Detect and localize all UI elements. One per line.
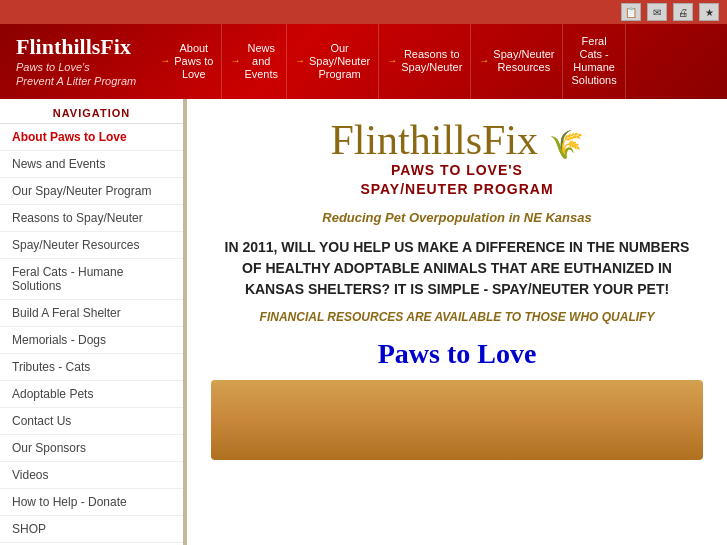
nav-item-4[interactable]: →Spay/NeuterResources [471, 24, 563, 99]
nav-arrow: → [387, 55, 397, 67]
content-logo: FlinthillsFix 🌾 PAWS TO LOVE'S SPAY/NEUT… [211, 119, 703, 200]
bookmark-icon[interactable]: ★ [699, 3, 719, 21]
clipboard-icon[interactable]: 📋 [621, 3, 641, 21]
nav-item-3[interactable]: →Reasons toSpay/Neuter [379, 24, 471, 99]
nav-label: Spay/NeuterResources [493, 48, 554, 74]
main-layout: NAVIGATION About Paws to LoveNews and Ev… [0, 99, 727, 545]
sidebar-item-3[interactable]: Reasons to Spay/Neuter [0, 205, 183, 232]
sidebar-item-14[interactable]: SHOP [0, 516, 183, 543]
wheat-icon: 🌾 [549, 129, 584, 160]
site-title: FlinthillsFix [16, 34, 136, 60]
nav-arrow: → [230, 55, 240, 67]
nav-item-2[interactable]: →OurSpay/NeuterProgram [287, 24, 379, 99]
program-title-line2: SPAY/NEUTER PROGRAM [211, 180, 703, 200]
paws-to-love-heading: Paws to Love [211, 338, 703, 370]
nav-label: AboutPaws toLove [174, 42, 213, 82]
program-title-line1: PAWS TO LOVE'S [211, 161, 703, 181]
logo-flinthills: FlinthillsFix [330, 117, 538, 163]
sidebar-item-13[interactable]: How to Help - Donate [0, 489, 183, 516]
sidebar-item-12[interactable]: Videos [0, 462, 183, 489]
main-content: FlinthillsFix 🌾 PAWS TO LOVE'S SPAY/NEUT… [185, 99, 727, 545]
sidebar-item-7[interactable]: Memorials - Dogs [0, 327, 183, 354]
nav-arrow: → [160, 55, 170, 67]
nav-label: FeralCats -HumaneSolutions [571, 35, 616, 88]
content-subtitle: Reducing Pet Overpopulation in NE Kansas [211, 210, 703, 225]
sidebar: NAVIGATION About Paws to LoveNews and Ev… [0, 99, 185, 545]
nav-item-5[interactable]: FeralCats -HumaneSolutions [563, 24, 625, 99]
financial-text: FINANCIAL RESOURCES ARE AVAILABLE TO THO… [211, 310, 703, 324]
sidebar-items-container: About Paws to LoveNews and EventsOur Spa… [0, 124, 183, 543]
site-header: FlinthillsFix Paws to Love's Prevent A L… [0, 24, 727, 99]
sidebar-item-5[interactable]: Feral Cats - Humane Solutions [0, 259, 183, 300]
top-navigation: →AboutPaws toLove→NewsandEvents→OurSpay/… [152, 24, 727, 99]
sidebar-nav-title: NAVIGATION [0, 99, 183, 124]
logo-area: FlinthillsFix Paws to Love's Prevent A L… [0, 24, 152, 99]
nav-arrow: → [479, 55, 489, 67]
nav-label: NewsandEvents [244, 42, 278, 82]
sidebar-item-1[interactable]: News and Events [0, 151, 183, 178]
callout-text: IN 2011, WILL YOU HELP US MAKE A DIFFERE… [211, 237, 703, 300]
sidebar-item-6[interactable]: Build A Feral Shelter [0, 300, 183, 327]
email-icon[interactable]: ✉ [647, 3, 667, 21]
sidebar-item-8[interactable]: Tributes - Cats [0, 354, 183, 381]
sidebar-item-4[interactable]: Spay/Neuter Resources [0, 232, 183, 259]
top-icon-bar: 📋 ✉ 🖨 ★ [0, 0, 727, 24]
nav-label: Reasons toSpay/Neuter [401, 48, 462, 74]
sidebar-item-2[interactable]: Our Spay/Neuter Program [0, 178, 183, 205]
nav-arrow: → [295, 55, 305, 67]
sidebar-item-10[interactable]: Contact Us [0, 408, 183, 435]
site-subtitle1: Paws to Love's [16, 60, 136, 74]
sidebar-item-11[interactable]: Our Sponsors [0, 435, 183, 462]
print-icon[interactable]: 🖨 [673, 3, 693, 21]
sidebar-item-0[interactable]: About Paws to Love [0, 124, 183, 151]
site-subtitle2: Prevent A Litter Program [16, 74, 136, 88]
content-inner: FlinthillsFix 🌾 PAWS TO LOVE'S SPAY/NEUT… [187, 99, 727, 480]
nav-item-1[interactable]: →NewsandEvents [222, 24, 287, 99]
sidebar-item-9[interactable]: Adoptable Pets [0, 381, 183, 408]
nav-label: OurSpay/NeuterProgram [309, 42, 370, 82]
dog-image [211, 380, 703, 460]
nav-item-0[interactable]: →AboutPaws toLove [152, 24, 222, 99]
